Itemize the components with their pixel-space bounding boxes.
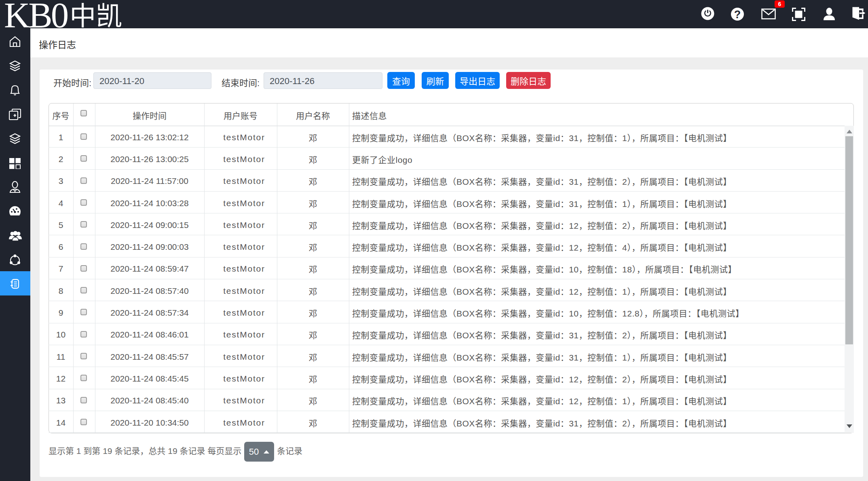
svg-text:?: ?: [734, 8, 741, 21]
